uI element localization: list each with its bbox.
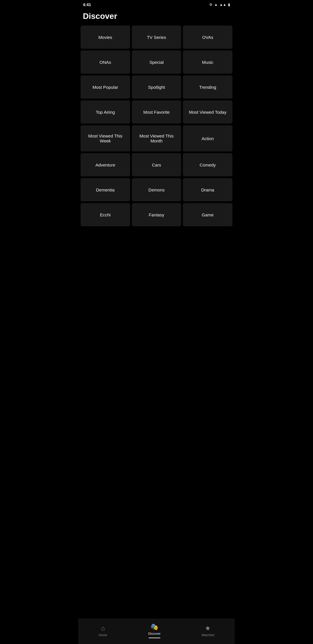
category-item-most-viewed-today[interactable]: Most Viewed Today (183, 100, 232, 124)
signal-icon: ▲▲ (219, 3, 226, 7)
category-item-drama[interactable]: Drama (183, 178, 232, 201)
category-item-trending[interactable]: Trending (183, 75, 232, 99)
category-item-dementia[interactable]: Dementia (81, 178, 130, 201)
wifi-icon: ▲ (214, 3, 218, 7)
status-icons: ⚙ ▲ ▲▲ ▮ (209, 3, 230, 7)
category-item-spotlight[interactable]: Spotlight (132, 75, 181, 99)
category-item-ovas[interactable]: OVAs (183, 26, 232, 49)
status-bar: 4:41 ⚙ ▲ ▲▲ ▮ (78, 0, 235, 9)
category-item-demons[interactable]: Demons (132, 178, 181, 201)
category-item-top-airing[interactable]: Top Airing (81, 100, 130, 124)
category-item-movies[interactable]: Movies (81, 26, 130, 49)
category-item-music[interactable]: Music (183, 50, 232, 74)
category-item-game[interactable]: Game (183, 203, 232, 226)
category-item-action[interactable]: Action (183, 125, 232, 151)
category-item-tv-series[interactable]: TV Series (132, 26, 181, 49)
category-item-special[interactable]: Special (132, 50, 181, 74)
category-item-most-viewed-this-week[interactable]: Most Viewed This Week (81, 125, 130, 151)
category-item-adventure[interactable]: Adventure (81, 153, 130, 176)
page-title: Discover (78, 9, 235, 26)
category-item-cars[interactable]: Cars (132, 153, 181, 176)
category-item-fantasy[interactable]: Fantasy (132, 203, 181, 226)
battery-icon: ▮ (228, 3, 230, 7)
settings-icon: ⚙ (209, 3, 212, 7)
category-item-onas[interactable]: ONAs (81, 50, 130, 74)
category-grid: MoviesTV SeriesOVAsONAsSpecialMusicMost … (78, 26, 235, 249)
category-item-comedy[interactable]: Comedy (183, 153, 232, 176)
status-time: 4:41 (83, 2, 91, 7)
category-item-ecchi[interactable]: Ecchi (81, 203, 130, 226)
category-item-most-viewed-this-month[interactable]: Most Viewed This Month (132, 125, 181, 151)
category-item-most-popular[interactable]: Most Popular (81, 75, 130, 99)
category-item-most-favorite[interactable]: Most Favorite (132, 100, 181, 124)
